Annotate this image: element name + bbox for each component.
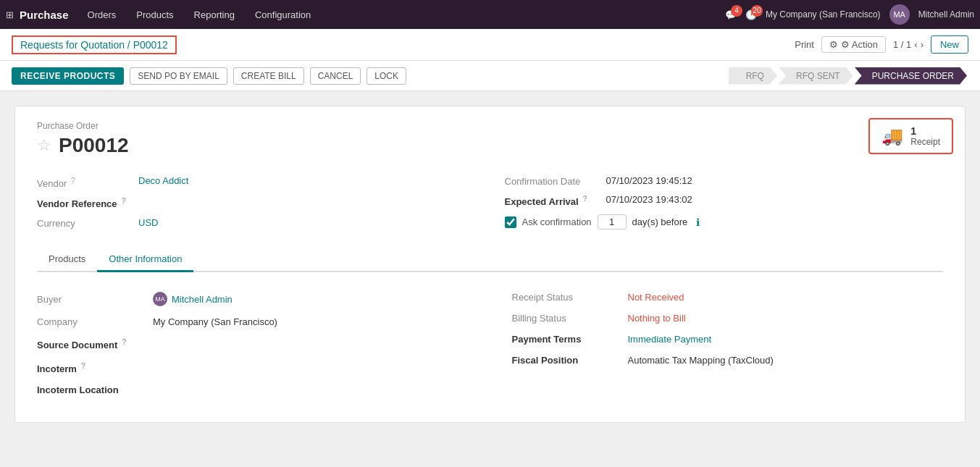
buyer-avatar: MA <box>153 292 167 306</box>
ask-confirmation-checkbox[interactable] <box>505 216 516 228</box>
currency-row: Currency USD <box>37 214 476 232</box>
action-bar: RECEIVE PRODUCTS SEND PO BY EMAIL CREATE… <box>0 61 980 91</box>
confirmation-days-input[interactable] <box>598 214 627 230</box>
lock-button[interactable]: LOCK <box>367 67 406 85</box>
form-title: ☆ P00012 <box>37 134 943 157</box>
top-nav-right: 💬4 🕐20 My Company (San Francisco) MA Mit… <box>725 4 974 25</box>
fiscal-position-label: Fiscal Position <box>512 355 628 366</box>
breadcrumb-right: Print ⚙ ⚙ Action 1 / 1 ‹ › New <box>795 35 968 54</box>
status-steps: RFQ RFQ SENT PURCHASE ORDER <box>729 67 968 85</box>
messages-icon[interactable]: 💬4 <box>725 9 737 20</box>
top-nav: ⊞ Purchase Orders Products Reporting Con… <box>0 0 980 29</box>
pagination: 1 / 1 ‹ › <box>893 39 924 50</box>
receipt-status-label: Receipt Status <box>512 292 628 303</box>
message-badge: 4 <box>731 5 742 17</box>
tab-products[interactable]: Products <box>37 248 97 272</box>
payment-terms-value[interactable]: Immediate Payment <box>628 334 712 345</box>
vendor-ref-help-icon[interactable]: ? <box>121 196 126 205</box>
print-button[interactable]: Print <box>795 39 814 50</box>
vendor-row: Vendor ? Deco Addict <box>37 172 476 193</box>
form-grid: Vendor ? Deco Addict Vendor Reference ? … <box>37 172 943 233</box>
company-name: My Company (San Francisco) <box>766 9 881 20</box>
vendor-value[interactable]: Deco Addict <box>138 175 188 186</box>
confirmation-date-row: Confirmation Date 07/10/2023 19:45:12 <box>505 172 944 190</box>
buyer-label: Buyer <box>37 294 153 305</box>
fiscal-position-value: Automatic Tax Mapping (TaxCloud) <box>628 355 774 366</box>
receipt-info: 1 Receipt <box>910 125 940 147</box>
user-avatar[interactable]: MA <box>889 4 910 25</box>
confirmation-date-label: Confirmation Date <box>505 175 606 187</box>
tab-other-information[interactable]: Other Information <box>97 248 193 272</box>
section-label: Purchase Order <box>37 121 943 131</box>
favorite-star-icon[interactable]: ☆ <box>37 136 51 155</box>
incoterm-location-label: Incoterm Location <box>37 384 153 395</box>
currency-label: Currency <box>37 217 138 229</box>
ask-confirmation-label: Ask confirmation <box>522 216 592 227</box>
expected-arrival-row: Expected Arrival ? 07/10/2023 19:43:02 <box>505 190 944 211</box>
cancel-button[interactable]: CANCEL <box>310 67 361 85</box>
app-grid-icon[interactable]: ⊞ <box>6 9 14 20</box>
tab-left: Buyer MA Mitchell Admin Company My Compa… <box>37 287 469 400</box>
incoterm-help-icon[interactable]: ? <box>81 361 86 370</box>
form-card: 🚚 1 Receipt Purchase Order ☆ P00012 Vend… <box>14 106 966 423</box>
clock-icon[interactable]: 🕐20 <box>745 9 757 20</box>
tabs: Products Other Information <box>37 248 943 272</box>
billing-status-value: Nothing to Bill <box>628 313 686 324</box>
prev-icon[interactable]: ‹ <box>914 39 917 50</box>
incoterm-row: Incoterm ? <box>37 356 469 379</box>
receipt-status-value: Not Received <box>628 292 684 303</box>
receipt-label: Receipt <box>910 137 940 147</box>
source-doc-label: Source Document ? <box>37 337 153 350</box>
truck-icon: 🚚 <box>881 126 903 146</box>
nav-configuration[interactable]: Configuration <box>251 7 315 23</box>
breadcrumb-bar: Requests for Quotation / P00012 Print ⚙ … <box>0 29 980 61</box>
user-name[interactable]: Mitchell Admin <box>918 9 974 20</box>
billing-status-row: Billing Status Nothing to Bill <box>512 308 944 329</box>
expected-arrival-value: 07/10/2023 19:43:02 <box>606 194 692 205</box>
ask-confirmation-row: Ask confirmation day(s) before ℹ <box>505 211 944 233</box>
expected-arrival-label: Expected Arrival ? <box>505 194 606 207</box>
nav-products[interactable]: Products <box>132 7 177 23</box>
incoterm-label: Incoterm ? <box>37 361 153 374</box>
incoterm-location-row: Incoterm Location <box>37 379 469 400</box>
company-row: Company My Company (San Francisco) <box>37 311 469 332</box>
vendor-label: Vendor ? <box>37 175 138 189</box>
app-name[interactable]: Purchase <box>20 9 69 21</box>
form-right: Confirmation Date 07/10/2023 19:45:12 Ex… <box>505 172 944 233</box>
receipt-button[interactable]: 🚚 1 Receipt <box>868 118 953 154</box>
buyer-row: Buyer MA Mitchell Admin <box>37 287 469 311</box>
vendor-help-icon[interactable]: ? <box>71 176 75 185</box>
form-left: Vendor ? Deco Addict Vendor Reference ? … <box>37 172 476 233</box>
currency-value[interactable]: USD <box>138 217 158 228</box>
payment-terms-label: Payment Terms <box>512 334 628 345</box>
new-button[interactable]: New <box>931 35 968 54</box>
receive-products-button[interactable]: RECEIVE PRODUCTS <box>12 67 124 85</box>
gear-icon: ⚙ <box>829 39 838 50</box>
info-icon[interactable]: ℹ <box>696 216 700 228</box>
source-doc-help-icon[interactable]: ? <box>122 337 127 346</box>
billing-status-label: Billing Status <box>512 313 628 324</box>
ask-confirmation-checkbox-row: Ask confirmation day(s) before ℹ <box>505 214 700 230</box>
action-button[interactable]: ⚙ ⚙ Action <box>821 36 886 53</box>
next-icon[interactable]: › <box>921 39 924 50</box>
step-rfq[interactable]: RFQ <box>729 67 777 85</box>
company-label: Company <box>37 316 153 327</box>
receipt-status-row: Receipt Status Not Received <box>512 287 944 308</box>
nav-orders[interactable]: Orders <box>83 7 121 23</box>
pagination-text: 1 / 1 <box>893 39 911 50</box>
nav-reporting[interactable]: Reporting <box>190 7 239 23</box>
create-bill-button[interactable]: CREATE BILL <box>233 67 304 85</box>
expected-arrival-help-icon[interactable]: ? <box>582 194 587 203</box>
step-rfq-sent[interactable]: RFQ SENT <box>779 67 853 85</box>
tab-content-other-info: Buyer MA Mitchell Admin Company My Compa… <box>37 287 943 400</box>
buyer-value[interactable]: Mitchell Admin <box>172 294 233 305</box>
breadcrumb-title[interactable]: Requests for Quotation / P00012 <box>12 35 177 54</box>
fiscal-position-row: Fiscal Position Automatic Tax Mapping (T… <box>512 350 944 371</box>
clock-badge: 20 <box>751 5 763 17</box>
main-content: 🚚 1 Receipt Purchase Order ☆ P00012 Vend… <box>0 91 980 437</box>
step-purchase-order[interactable]: PURCHASE ORDER <box>855 67 967 85</box>
vendor-ref-row: Vendor Reference ? <box>37 193 476 213</box>
send-po-button[interactable]: SEND PO BY EMAIL <box>130 67 227 85</box>
action-label: ⚙ Action <box>841 39 878 50</box>
payment-terms-row: Payment Terms Immediate Payment <box>512 329 944 350</box>
